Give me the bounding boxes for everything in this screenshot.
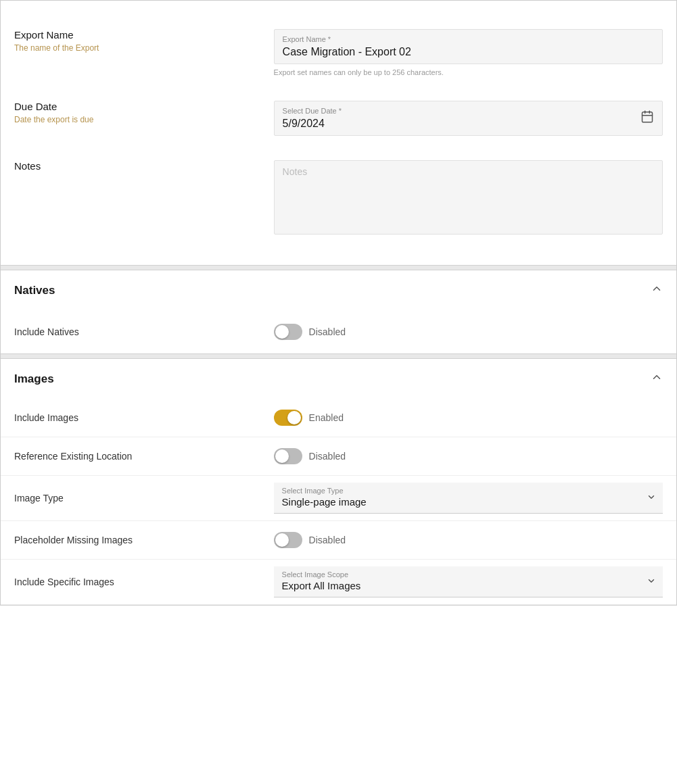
main-container: Export Name The name of the Export Expor… <box>0 0 677 606</box>
reference-existing-toggle-knob <box>275 449 289 463</box>
images-section-title: Images <box>14 372 54 386</box>
images-section-header[interactable]: Images <box>1 359 676 399</box>
natives-section-title: Natives <box>14 284 55 297</box>
image-type-value[interactable]: Single-page image <box>274 495 663 514</box>
reference-existing-row: Reference Existing Location Disabled <box>1 437 676 476</box>
include-natives-label: Include Natives <box>14 326 274 337</box>
placeholder-missing-row: Placeholder Missing Images Disabled <box>1 521 676 560</box>
include-natives-toggle-knob <box>275 325 289 339</box>
include-images-control: Enabled <box>274 410 663 426</box>
natives-section-content: Include Natives Disabled <box>1 310 676 353</box>
natives-chevron-up-icon[interactable] <box>651 283 663 298</box>
export-name-title: Export Name <box>14 29 260 41</box>
image-scope-select-label: Select Image Scope <box>274 566 663 579</box>
placeholder-missing-control: Disabled <box>274 532 663 548</box>
export-name-label-col: Export Name The name of the Export <box>14 29 274 53</box>
natives-section: Natives Include Natives Disabled <box>1 270 676 353</box>
notes-label-col: Notes <box>14 160 274 174</box>
include-images-row: Include Images Enabled <box>1 399 676 437</box>
include-specific-images-control: Select Image Scope Export All Images <box>274 566 663 597</box>
include-natives-toggle[interactable] <box>274 324 302 340</box>
due-date-label-col: Due Date Date the export is due <box>14 101 274 124</box>
include-specific-images-row: Include Specific Images Select Image Sco… <box>1 560 676 605</box>
notes-input-col <box>274 160 663 237</box>
top-section: Export Name The name of the Export Expor… <box>1 1 676 265</box>
images-section: Images Include Images Enabled R <box>1 359 676 605</box>
placeholder-missing-toggle-knob <box>275 533 289 547</box>
due-date-value[interactable]: 5/9/2024 <box>283 118 654 130</box>
placeholder-missing-toggle[interactable] <box>274 532 302 548</box>
include-images-label: Include Images <box>14 412 274 423</box>
images-section-content: Include Images Enabled Reference Existin… <box>1 399 676 605</box>
natives-divider <box>1 265 676 270</box>
due-date-input-group[interactable]: Select Due Date * 5/9/2024 <box>274 101 663 136</box>
images-divider <box>1 353 676 359</box>
reference-existing-label: Reference Existing Location <box>14 451 274 462</box>
include-specific-images-label: Include Specific Images <box>14 577 274 587</box>
natives-section-header[interactable]: Natives <box>1 270 676 310</box>
export-name-input-group[interactable]: Export Name * Case Migration - Export 02 <box>274 29 663 64</box>
include-natives-row: Include Natives Disabled <box>1 310 676 353</box>
include-natives-status: Disabled <box>309 326 346 337</box>
image-type-label: Image Type <box>14 493 274 504</box>
export-name-subtitle: The name of the Export <box>14 43 260 53</box>
image-scope-dropdown-wrapper: Select Image Scope Export All Images <box>274 566 663 597</box>
due-date-input-col: Select Due Date * 5/9/2024 <box>274 101 663 136</box>
include-natives-control: Disabled <box>274 324 663 340</box>
image-type-row: Image Type Select Image Type Single-page… <box>1 476 676 521</box>
due-date-row: Due Date Date the export is due Select D… <box>14 89 663 148</box>
due-date-subtitle: Date the export is due <box>14 115 260 124</box>
calendar-icon[interactable] <box>640 110 654 127</box>
image-scope-value[interactable]: Export All Images <box>274 579 663 597</box>
image-type-select-label: Select Image Type <box>274 483 663 495</box>
export-name-hint: Export set names can only be up to 256 c… <box>274 68 663 76</box>
notes-textarea[interactable] <box>274 160 663 235</box>
export-name-input-col: Export Name * Case Migration - Export 02… <box>274 29 663 76</box>
export-name-input-value[interactable]: Case Migration - Export 02 <box>283 46 654 58</box>
include-images-toggle-knob <box>287 411 301 424</box>
image-type-control: Select Image Type Single-page image <box>274 483 663 514</box>
export-name-row: Export Name The name of the Export Expor… <box>14 17 663 89</box>
images-chevron-up-icon[interactable] <box>651 371 663 387</box>
reference-existing-toggle[interactable] <box>274 448 302 464</box>
placeholder-missing-status: Disabled <box>309 535 346 545</box>
notes-row: Notes <box>14 148 663 249</box>
reference-existing-control: Disabled <box>274 448 663 464</box>
due-date-input-label: Select Due Date * <box>283 107 654 115</box>
image-type-dropdown-wrapper: Select Image Type Single-page image <box>274 483 663 514</box>
export-name-input-label: Export Name * <box>283 35 654 43</box>
due-date-title: Due Date <box>14 101 260 112</box>
notes-title: Notes <box>14 160 260 172</box>
placeholder-missing-label: Placeholder Missing Images <box>14 535 274 545</box>
include-images-status: Enabled <box>309 412 344 423</box>
svg-rect-0 <box>642 112 652 122</box>
include-images-toggle[interactable] <box>274 410 302 426</box>
reference-existing-status: Disabled <box>309 451 346 462</box>
